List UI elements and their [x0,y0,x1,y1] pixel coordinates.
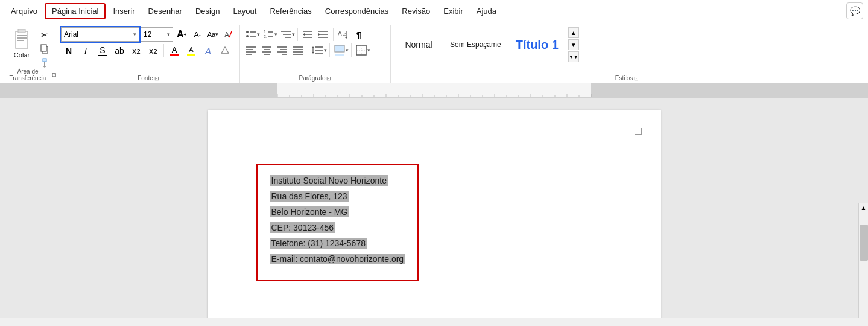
format-painter-button[interactable] [37,56,52,69]
shading-dropdown[interactable]: ▾ [346,47,349,53]
font-label: Fonte ⊡ [57,75,239,82]
page-corner-mark [635,128,642,135]
font-case-button[interactable]: Aa▾ [206,27,220,42]
svg-rect-4 [17,40,24,41]
bullets-dropdown[interactable]: ▾ [257,31,260,37]
menu-referencias[interactable]: Referências [264,4,317,18]
ruler [0,83,868,98]
underline-button[interactable]: S [95,43,110,59]
bullets-button[interactable] [244,27,258,42]
numbering-button[interactable]: 1.2. [261,27,276,42]
svg-rect-7 [43,59,46,62]
styles-expand-icon[interactable]: ⊡ [634,75,639,82]
align-left-button[interactable] [244,43,258,57]
strikethrough-button[interactable]: ab [112,43,127,59]
paragraph-content: ▾ 1.2. ▾ ▾ AZ ¶ [244,27,387,67]
increase-indent-button[interactable] [316,27,331,42]
menu-design[interactable]: Design [189,4,226,18]
multilevel-button[interactable] [279,27,293,42]
style-titulo1[interactable]: Título 1 [508,36,566,64]
svg-rect-59 [335,45,344,52]
svg-rect-63 [0,83,277,98]
doc-line-4: CEP: 30123-456 [270,222,406,233]
numbering-dropdown[interactable]: ▾ [274,31,277,37]
line-spacing-dropdown[interactable]: ▾ [324,47,327,53]
paragraph-expand-icon[interactable]: ⊡ [326,75,331,82]
ribbon: Colar ✂ Área de Transferência ⊡ [0,22,868,83]
align-center-button[interactable] [259,43,274,57]
font-color-button[interactable]: A [166,43,182,59]
font-size-dropdown[interactable]: 12 ▾ [141,27,173,42]
font-expand-icon[interactable]: ⊡ [154,75,159,82]
cut-button[interactable]: ✂ [37,28,52,42]
font-shrink-button[interactable]: A- [190,27,204,42]
scroll-up-arrow[interactable]: ▲ [860,203,868,213]
highlight-button[interactable]: A [183,43,199,59]
align-right-button[interactable] [275,43,290,57]
menu-layout[interactable]: Layout [227,4,262,18]
line2-text: Rua das Flores, 123 [270,191,349,202]
clipboard-group: Colar ✂ Área de Transferência ⊡ [5,25,57,83]
font-size-value: 12 [144,30,151,39]
svg-text:2.: 2. [264,34,267,39]
style-normal-label: Normal [405,40,432,50]
superscript-button[interactable]: x2 [145,43,161,59]
line6-text: E-mail: contato@novohorizonte.org [270,254,406,264]
styles-expand[interactable]: ▼▼ [568,51,579,62]
multilevel-dropdown[interactable]: ▾ [292,31,295,37]
chat-icon[interactable]: 💬 [846,2,863,19]
italic-button[interactable]: I [78,43,93,59]
borders-dropdown[interactable]: ▾ [367,47,370,53]
font-name-dropdown[interactable]: Arial ▾ [61,27,139,42]
borders-button[interactable] [354,43,369,57]
decrease-indent-button[interactable] [300,27,315,42]
styles-scroll-up[interactable]: ▲ [568,27,579,38]
paragraph-label: Parágrafo ⊡ [240,75,390,82]
paste-button[interactable]: Colar [8,27,35,60]
svg-marker-57 [312,46,314,48]
svg-point-16 [246,35,249,37]
font-clear-button[interactable]: A [221,27,236,42]
menu-ajuda[interactable]: Ajuda [470,4,502,18]
styles-group: Normal Sem Espaçame Título 1 ▲ ▼ ▼▼ Esti… [391,25,863,83]
svg-rect-3 [17,37,27,39]
style-normal[interactable]: Normal [394,37,443,62]
clipboard-small-buttons: ✂ [37,28,52,69]
menu-revisao[interactable]: Revisão [396,4,436,18]
bold-button[interactable]: N [61,43,77,59]
clipboard-expand-icon[interactable]: ⊡ [52,72,57,78]
copy-button[interactable] [37,42,52,56]
font-name-arrow: ▾ [133,31,136,37]
text-effects-button[interactable]: A [200,43,216,59]
menu-arquivo[interactable]: Arquivo [5,4,43,18]
menu-correspondencias[interactable]: Correspondências [319,4,395,18]
menu-desenhar[interactable]: Desenhar [142,4,188,18]
paste-label: Colar [14,51,30,59]
font-row1: Arial ▾ 12 ▾ A+ A- Aa▾ A [61,27,236,42]
pilcrow-button[interactable]: ¶ [352,27,366,42]
font-grow-button[interactable]: A+ [174,27,189,42]
menu-exibir[interactable]: Exibir [437,4,469,18]
svg-line-11 [229,31,232,37]
svg-text:A: A [338,30,342,37]
vertical-scrollbar[interactable]: ▲ ▼ [858,203,868,318]
svg-rect-65 [591,83,868,98]
selected-text-box[interactable]: Instituto Social Novo Horizonte Rua das … [256,164,419,281]
scrollbar-thumb[interactable] [860,225,868,261]
justify-button[interactable] [291,43,305,57]
styles-scroll-down[interactable]: ▼ [568,39,579,50]
doc-line-1: Instituto Social Novo Horizonte [270,175,406,186]
menu-pagina-inicial[interactable]: Página Inicial [45,3,106,19]
document-area: Instituto Social Novo Horizonte Rua das … [0,98,868,318]
font-size-arrow: ▾ [167,31,170,37]
menu-inserir[interactable]: Inserir [107,4,141,18]
sort-button[interactable]: AZ [336,27,350,42]
document-page[interactable]: Instituto Social Novo Horizonte Rua das … [208,110,661,318]
svg-text:1.: 1. [264,30,267,34]
line-spacing-button[interactable] [311,43,325,57]
eraser-button[interactable] [217,43,233,59]
shading-button[interactable] [332,43,347,57]
doc-line-5: Telefone: (31) 1234-5678 [270,238,406,249]
subscript-button[interactable]: x2 [128,43,144,59]
style-sem-espacame[interactable]: Sem Espaçame [443,38,508,61]
